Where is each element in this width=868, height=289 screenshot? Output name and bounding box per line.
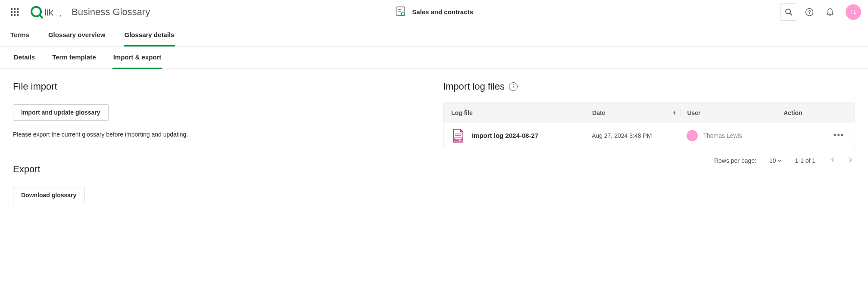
svg-rect-6	[11, 14, 12, 16]
import-help-text: Please export the current glossary befor…	[13, 131, 417, 138]
help-button[interactable]: ?	[801, 3, 818, 21]
row-user-cell: TL Thomas Lewis	[681, 130, 784, 141]
apps-launcher-icon[interactable]	[7, 4, 22, 20]
glossary-context-icon	[395, 6, 406, 18]
import-log-files-title: Import log files i	[443, 81, 855, 92]
help-icon: ?	[805, 8, 814, 16]
pager-prev-button[interactable]	[828, 155, 838, 166]
app-title: Business Glossary	[72, 6, 150, 18]
chevron-left-icon	[830, 157, 836, 163]
import-update-glossary-button[interactable]: Import and update glossary	[13, 104, 109, 121]
svg-rect-1	[14, 8, 16, 10]
svg-rect-7	[14, 14, 16, 16]
secondary-tabs: Details Term template Import & export	[0, 47, 868, 69]
file-import-title: File import	[13, 81, 417, 92]
tab-glossary-details[interactable]: Glossary details	[124, 24, 175, 47]
svg-line-10	[40, 15, 42, 18]
table-header: Log file Date ▲▼ User Action	[443, 103, 855, 123]
row-user-avatar: TL	[687, 130, 698, 141]
table-row[interactable]: JSON Import log 2024-08-27 Aug 27, 2024 …	[443, 123, 855, 148]
user-avatar[interactable]: TL	[846, 4, 861, 20]
pager-range: 1-1 of 1	[795, 157, 815, 164]
sort-arrows-icon: ▲▼	[672, 111, 676, 115]
column-header-action: Action	[784, 109, 847, 116]
chevron-down-icon	[777, 158, 782, 163]
primary-tabs: Terms Glossary overview Glossary details	[0, 24, 868, 47]
svg-point-16	[401, 12, 405, 16]
search-icon	[785, 8, 793, 16]
notifications-button[interactable]	[821, 3, 839, 21]
row-action-cell: •••	[784, 131, 847, 140]
log-table: Log file Date ▲▼ User Action	[443, 103, 855, 148]
subtab-term-template[interactable]: Term template	[51, 47, 97, 69]
svg-text:lik: lik	[44, 7, 54, 18]
pager: Rows per page: 10 1-1 of 1	[443, 155, 855, 166]
right-column: Import log files i Log file Date ▲▼ User…	[443, 81, 855, 203]
bell-icon	[826, 8, 834, 16]
rows-per-page-select[interactable]: 10	[769, 157, 782, 164]
download-glossary-button[interactable]: Download glossary	[13, 187, 84, 203]
left-column: File import Import and update glossary P…	[13, 81, 417, 203]
subtab-details[interactable]: Details	[13, 47, 36, 69]
context-selector[interactable]: Sales and contracts	[395, 0, 473, 24]
export-title: Export	[13, 164, 417, 175]
svg-line-17	[404, 15, 405, 16]
column-header-date[interactable]: Date ▲▼	[586, 109, 681, 116]
svg-rect-8	[17, 14, 19, 16]
rows-per-page-value: 10	[769, 157, 776, 164]
svg-point-18	[786, 9, 790, 14]
row-date-cell: Aug 27, 2024 3:48 PM	[586, 132, 681, 139]
tab-glossary-overview[interactable]: Glossary overview	[47, 24, 106, 47]
chevron-right-icon	[847, 157, 853, 163]
row-user-name: Thomas Lewis	[703, 132, 742, 139]
subtab-import-export[interactable]: Import & export	[112, 47, 162, 69]
row-logfile-cell: JSON Import log 2024-08-27	[451, 128, 586, 143]
info-icon[interactable]: i	[509, 82, 518, 91]
svg-text:JSON: JSON	[455, 138, 462, 141]
svg-rect-4	[14, 11, 16, 13]
topbar: lik Business Glossary Sales and contract…	[0, 0, 868, 24]
context-name: Sales and contracts	[412, 8, 473, 16]
column-header-user[interactable]: User	[681, 109, 784, 116]
qlik-logo[interactable]: lik	[30, 6, 64, 19]
svg-rect-3	[11, 11, 12, 13]
svg-line-19	[790, 13, 792, 15]
svg-point-12	[60, 15, 61, 16]
svg-rect-5	[17, 11, 19, 13]
svg-text:?: ?	[808, 9, 811, 15]
tab-terms[interactable]: Terms	[9, 24, 30, 47]
column-header-logfile[interactable]: Log file	[451, 109, 586, 116]
json-file-icon: JSON	[451, 128, 465, 143]
content-area: File import Import and update glossary P…	[0, 69, 868, 215]
svg-rect-2	[17, 8, 19, 10]
import-log-files-label: Import log files	[443, 81, 505, 92]
column-header-date-label: Date	[592, 109, 605, 116]
search-button[interactable]	[780, 3, 797, 21]
more-actions-button[interactable]: •••	[831, 128, 847, 142]
rows-per-page-label: Rows per page:	[714, 157, 756, 164]
svg-rect-0	[11, 8, 12, 10]
pager-next-button[interactable]	[846, 155, 855, 166]
row-logfile-name: Import log 2024-08-27	[472, 132, 538, 139]
